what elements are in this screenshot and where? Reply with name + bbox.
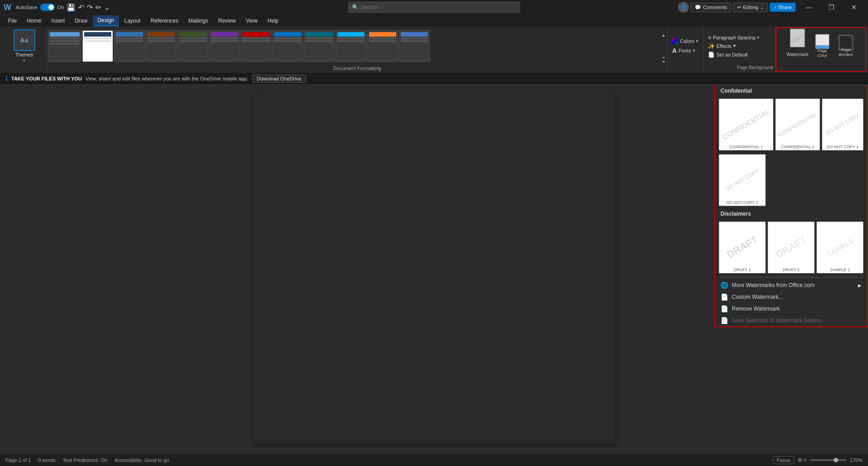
close-button[interactable]: ✕: [844, 0, 864, 14]
more-tools-icon[interactable]: ⌄: [104, 3, 110, 12]
paragraph-spacing-button[interactable]: ≡ Paragraph Spacing ▾: [706, 33, 773, 42]
set-default-label: Set as Default: [716, 52, 748, 57]
share-button[interactable]: ↑ Share: [770, 3, 796, 12]
page-color-button[interactable]: PageColor: [811, 32, 834, 60]
themes-dropdown-icon: ▾: [23, 58, 25, 63]
para-group: ≡ Paragraph Spacing ▾ ✨ Effects ▾ 📄 Set …: [706, 33, 773, 59]
effects-arrow: ▾: [733, 43, 736, 49]
theme-thumb-2[interactable]: [82, 30, 113, 62]
custom-watermark-item[interactable]: 📄 Custom Watermark...: [715, 291, 867, 303]
themes-label: Themes: [15, 52, 33, 57]
watermark-confidential2[interactable]: CONFIDENTIAL CONFIDENTIAL 2: [775, 99, 820, 151]
focus-button[interactable]: Focus: [773, 456, 794, 464]
more-watermarks-icon: 🌐: [721, 282, 728, 289]
paragraph-spacing-label: Paragraph Spacing: [713, 35, 755, 40]
notification-bar: ℹ TAKE YOUR FILES WITH YOU View, share a…: [0, 72, 868, 85]
effects-label: Effects: [716, 43, 731, 49]
text-predictions: Text Predictions: On: [63, 457, 107, 463]
comments-button[interactable]: 💬 Comments: [691, 3, 731, 12]
themes-button[interactable]: Aa Themes ▾: [14, 29, 35, 70]
autosave-toggle[interactable]: [40, 4, 55, 11]
page-background-section: DRAFT Watermark PageColor: [776, 27, 866, 72]
autosave-state: On: [57, 5, 64, 10]
confidential-grid: CONFIDENTIAL CONFIDENTIAL 1 CONFIDENTIAL…: [715, 97, 867, 152]
save-icon[interactable]: 💾: [66, 3, 76, 12]
word-logo: W: [4, 3, 11, 12]
watermark-icon: DRAFT: [788, 28, 806, 52]
menu-item-file[interactable]: File: [4, 16, 21, 26]
theme-thumb-9[interactable]: [304, 30, 335, 62]
ribbon-scroll-up[interactable]: ▲: [660, 27, 667, 42]
menu-item-view[interactable]: View: [242, 16, 262, 26]
menu-item-mailings[interactable]: Mailings: [184, 16, 213, 26]
watermark-sample1[interactable]: SAMPLE SAMPLE 1: [816, 221, 863, 273]
watermark-donotcopy1[interactable]: DO NOT COPY DO NOT COPY 1: [822, 99, 863, 151]
watermark-confidential1[interactable]: CONFIDENTIAL CONFIDENTIAL 1: [719, 99, 773, 151]
colors-arrow: ▾: [696, 39, 698, 43]
minimize-button[interactable]: —: [798, 0, 819, 14]
menu-item-insert[interactable]: Insert: [47, 16, 69, 26]
page-borders-label: PageBorders: [839, 47, 853, 57]
watermark-button[interactable]: DRAFT Watermark: [785, 28, 810, 64]
theme-thumb-4[interactable]: [146, 30, 176, 62]
ribbon-expand[interactable]: ▾: [660, 58, 667, 65]
more-watermarks-label: More Watermarks from Office.com: [732, 282, 815, 288]
notification-message: View, share and edit files wherever you …: [85, 76, 248, 81]
pen-icon[interactable]: ✏: [95, 3, 101, 12]
edit-icon: ✏: [737, 5, 741, 10]
menu-item-references[interactable]: References: [146, 16, 183, 26]
colors-button[interactable]: Colors ▾: [670, 37, 700, 45]
menu-item-help[interactable]: Help: [263, 16, 283, 26]
page-background-label: Page Background: [737, 65, 773, 70]
toggle-knob: [48, 5, 54, 10]
theme-thumb-11[interactable]: [367, 30, 398, 62]
para-spacing-arrow: ▾: [757, 35, 759, 40]
comments-icon: 💬: [695, 5, 701, 10]
restore-button[interactable]: ❐: [821, 0, 842, 14]
theme-thumb-8[interactable]: [272, 30, 303, 62]
watermark-draft2[interactable]: DRAFT DRAFT 2: [768, 221, 815, 273]
fonts-button[interactable]: A Fonts ▾: [670, 46, 700, 55]
zoom-slider[interactable]: [810, 459, 846, 461]
more-watermarks-item[interactable]: 🌐 More Watermarks from Office.com ▶: [715, 279, 867, 291]
search-icon: 🔍: [352, 4, 359, 10]
theme-thumb-10[interactable]: [336, 30, 366, 62]
undo-icon[interactable]: ↶: [78, 3, 84, 12]
custom-watermark-icon: 📄: [721, 293, 728, 301]
download-onedrive-button[interactable]: Download OneDrive: [252, 75, 306, 83]
watermark-panel: Confidential CONFIDENTIAL CONFIDENTIAL 1…: [714, 85, 868, 327]
toolbar-icons: 💾 ↶ ↷ ✏ ⌄: [66, 3, 110, 12]
effects-button[interactable]: ✨ Effects ▾: [706, 42, 773, 50]
set-default-icon: 📄: [708, 52, 715, 58]
page-borders-button[interactable]: PageBorders: [835, 33, 857, 59]
notification-bold: TAKE YOUR FILES WITH YOU: [11, 76, 82, 81]
watermark-donotcopy2[interactable]: DO NOT COPY DO NOT COPY 2: [719, 154, 766, 206]
title-bar: W AutoSave On 💾 ↶ ↷ ✏ ⌄ Document1 - Word…: [0, 0, 868, 14]
comments-label: Comments: [703, 5, 727, 10]
menu-item-home[interactable]: Home: [22, 16, 46, 26]
remove-watermark-item[interactable]: 📄 Remove Watermark: [715, 303, 867, 315]
theme-thumb-6[interactable]: [209, 30, 240, 62]
menu-item-draw[interactable]: Draw: [70, 16, 92, 26]
zoom-level: 170%: [850, 457, 863, 463]
set-default-button[interactable]: 📄 Set as Default: [706, 51, 773, 59]
disclaimers-grid: DRAFT DRAFT 1 DRAFT DRAFT 2 SAMPLE SAMPL…: [715, 220, 867, 275]
theme-thumb-12[interactable]: [399, 30, 430, 62]
menu-item-design[interactable]: Design: [93, 15, 119, 26]
theme-thumb-3[interactable]: [114, 30, 145, 62]
menu-item-review[interactable]: Review: [213, 16, 240, 26]
user-avatar[interactable]: 👤: [678, 2, 689, 13]
theme-thumb-1[interactable]: [48, 30, 81, 62]
status-right: Focus ⊞ ≡ 170%: [773, 456, 863, 464]
fonts-arrow: ▾: [693, 48, 695, 53]
redo-icon[interactable]: ↷: [87, 3, 93, 12]
menu-item-layout[interactable]: Layout: [120, 16, 145, 26]
watermark-draft1[interactable]: DRAFT DRAFT 1: [719, 221, 766, 273]
fonts-label: Fonts: [678, 48, 691, 53]
doc-format-label: Document Formatting: [330, 66, 385, 72]
theme-thumb-7[interactable]: [241, 30, 271, 62]
theme-thumb-5[interactable]: [177, 30, 208, 62]
editing-button[interactable]: ✏ Editing ⌄: [733, 3, 768, 12]
search-input[interactable]: [348, 2, 520, 13]
watermark-label: Watermark: [787, 52, 809, 57]
